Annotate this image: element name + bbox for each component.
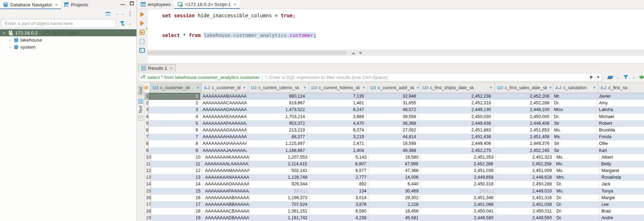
grid-cell[interactable]: 2,451,039: [421, 167, 496, 174]
chevron-collapsed-icon[interactable]: ›: [8, 45, 12, 49]
grid-cell[interactable]: AAAAAAAADAAAAAAA: [200, 106, 247, 113]
grid-cell[interactable]: AAAAAAAADBAAAAAA: [203, 215, 249, 221]
grid-cell[interactable]: Dr.: [552, 100, 597, 106]
grid-cell[interactable]: Margie: [599, 195, 644, 201]
grid-cell[interactable]: 2,450,288: [496, 181, 554, 188]
grid-cell[interactable]: Brunilda: [597, 127, 644, 134]
grid-cell[interactable]: 2,449,580: [421, 215, 496, 221]
grid-cell[interactable]: 1: [149, 93, 200, 100]
filter-expression-input[interactable]: «T select * from lakehouse.customer_anal…: [139, 73, 602, 81]
grid-cell[interactable]: 17: [151, 201, 203, 208]
row-number[interactable]: 18: [145, 208, 151, 215]
grid-cell[interactable]: 213,219: [247, 127, 307, 134]
grid-cell[interactable]: Albert: [599, 154, 644, 161]
grid-cell[interactable]: 1,361,151: [249, 208, 310, 215]
presentation-tab-text[interactable]: Text: [138, 106, 143, 113]
grid-cell[interactable]: Ms.: [552, 127, 597, 134]
grid-cell[interactable]: AAAAAAAAEAAAAAAA: [200, 113, 247, 120]
grid-cell[interactable]: 2,449,658: [421, 174, 496, 181]
grid-cell[interactable]: 2,449,010: [496, 188, 554, 195]
grid-cell[interactable]: Ollie: [597, 140, 644, 147]
grid-cell[interactable]: 2,450,041: [421, 208, 496, 215]
object-search-input[interactable]: [1, 19, 116, 28]
sort-dropdown-icon[interactable]: ▼: [303, 86, 306, 90]
grid-cell[interactable]: 2,451,438: [419, 134, 493, 140]
presentation-tab-grid[interactable]: Grid: [138, 85, 144, 97]
row-number[interactable]: 16: [145, 195, 151, 201]
grid-cell[interactable]: 2,449,100: [493, 106, 552, 113]
grid-cell[interactable]: 2,451,408: [493, 134, 552, 140]
grid-cell[interactable]: AAAAAAAAOAAAAAAA: [203, 181, 249, 188]
grid-cell[interactable]: 2,449,376: [493, 140, 552, 147]
grid-cell[interactable]: AAAAAAAALAAAAAAA: [203, 161, 249, 167]
tab-database-navigator[interactable]: Database Navigator ×: [0, 0, 61, 9]
view-menu-icon[interactable]: [129, 11, 131, 17]
grid-cell[interactable]: AAAAAAAAJAAAAAAA: [200, 147, 247, 154]
grid-cell[interactable]: 2,452,288: [421, 161, 496, 167]
editor-horizontal-scrollbar[interactable]: [147, 50, 644, 56]
grid-cell[interactable]: 39,558: [366, 113, 419, 120]
grid-cell[interactable]: 2,452,238: [419, 93, 493, 100]
grid-cell[interactable]: Dr.: [552, 113, 597, 120]
grid-cell[interactable]: Dr.: [554, 201, 599, 208]
sort-dropdown-icon[interactable]: ▼: [243, 86, 246, 90]
grid-cell[interactable]: 1,473,522: [247, 106, 307, 113]
grid-cell[interactable]: 6,577: [310, 167, 369, 174]
column-header-c_first_na[interactable]: A-Zc_first_na▼: [598, 83, 644, 93]
grid-cell[interactable]: Robert: [597, 120, 644, 127]
tab-projects[interactable]: Projects: [61, 0, 91, 9]
grid-cell[interactable]: Andre: [599, 215, 644, 221]
grid-cell[interactable]: 30,469: [369, 188, 421, 195]
grid-cell[interactable]: 2,451,038: [496, 201, 554, 208]
grid-cell[interactable]: 2,451,853: [493, 127, 552, 134]
row-number[interactable]: 2: [145, 100, 149, 106]
row-number[interactable]: 5: [145, 120, 149, 127]
grid-cell[interactable]: 3,219: [307, 134, 366, 140]
grid-cell[interactable]: Michael: [597, 113, 644, 120]
grid-cell[interactable]: AAAAAAAAFAAAAAAA: [200, 120, 247, 127]
grid-cell[interactable]: Tonya: [599, 188, 644, 195]
grid-cell[interactable]: 1,128,748: [249, 174, 310, 181]
grid-cell[interactable]: 7: [149, 134, 200, 140]
row-number[interactable]: 4: [145, 113, 149, 120]
grid-cell[interactable]: Fonda: [597, 134, 644, 140]
grid-cell[interactable]: [NULL]: [249, 188, 310, 195]
grid-cell[interactable]: Betty: [599, 161, 644, 167]
grid-cell[interactable]: 4,470: [307, 120, 366, 127]
grid-cell[interactable]: 2,452,318: [419, 100, 493, 106]
grid-cell[interactable]: 49,388: [366, 147, 419, 154]
grid-cell[interactable]: 13: [151, 174, 203, 181]
grid-cell[interactable]: 4,238: [310, 215, 369, 221]
link-with-editor-icon[interactable]: ←→: [115, 12, 125, 16]
grid-cell[interactable]: 2,451,323: [496, 154, 554, 161]
grid-cell[interactable]: AAAAAAAABBAAAAAA: [203, 201, 249, 208]
row-number[interactable]: 13: [145, 174, 151, 181]
row-header-corner[interactable]: [145, 83, 150, 93]
row-number[interactable]: 19: [145, 215, 151, 221]
grid-cell[interactable]: 1,215,897: [247, 140, 307, 147]
grid-cell[interactable]: 14,006: [369, 174, 421, 181]
grid-cell[interactable]: 6,247: [307, 106, 366, 113]
sql-console-button[interactable]: >_: [139, 48, 145, 53]
tree-item-lakehouse[interactable]: ›lakehouse: [0, 36, 136, 43]
grid-cell[interactable]: 29,302: [369, 195, 421, 201]
column-header-c_current_hdemo_sk[interactable]: 123c_current_hdemo_sk▼: [309, 83, 368, 93]
grid-cell[interactable]: 1,196,373: [249, 195, 310, 201]
grid-cell[interactable]: 44,814: [366, 134, 419, 140]
grid-cell[interactable]: 2,449,130: [419, 106, 493, 113]
grid-cell[interactable]: 27,082: [366, 127, 419, 134]
grid-cell[interactable]: 2,449,628: [496, 174, 554, 181]
expand-filter-icon[interactable]: ⌜⌟: [265, 75, 267, 80]
grid-cell[interactable]: AAAAAAAANAAAAAAA: [203, 174, 249, 181]
grid-cell[interactable]: 47,999: [369, 161, 421, 167]
collapse-all-icon[interactable]: [106, 12, 110, 16]
grid-cell[interactable]: AAAAAAAAHAAAAAAA: [200, 134, 247, 140]
sort-dropdown-icon[interactable]: ▼: [489, 86, 492, 90]
column-header-c_first_sales_date_sk[interactable]: 123c_first_sales_date_sk▼: [495, 83, 553, 93]
grid-cell[interactable]: 2,450,000: [493, 113, 552, 120]
grid-cell[interactable]: 2,452,288: [493, 100, 552, 106]
grid-cell[interactable]: Dr.: [554, 195, 599, 201]
grid-cell[interactable]: Sir: [552, 147, 597, 154]
sort-dropdown-icon[interactable]: ▼: [593, 86, 596, 90]
grid-cell[interactable]: 16,598: [366, 140, 419, 147]
